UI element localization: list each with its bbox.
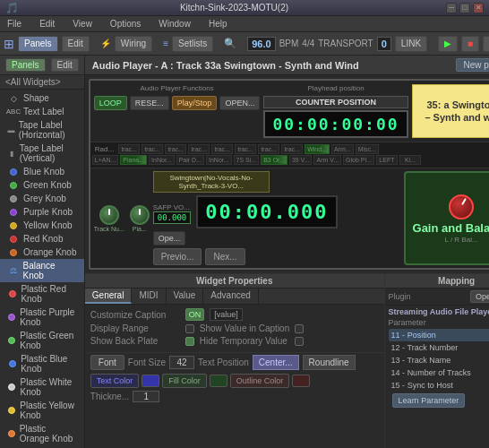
record-btn[interactable]: ⏺ — [483, 36, 489, 52]
plastic-purple-knob-icon — [7, 313, 16, 322]
show-value-label: Show Value in Caption — [200, 323, 289, 333]
widget-item-plastic-green-knob[interactable]: Plastic Green Knob — [0, 329, 84, 352]
track-num-knob: Track Nu... — [94, 205, 124, 232]
learn-parameter-btn[interactable]: Learn Parameter — [392, 393, 466, 408]
thickness-input[interactable] — [133, 391, 159, 402]
yellow-knob-icon — [7, 221, 20, 230]
tab-general[interactable]: General — [85, 289, 133, 304]
font-size-input[interactable] — [169, 356, 194, 369]
widget-label-green-knob: Green Knob — [23, 180, 72, 190]
play-knob-circle[interactable] — [130, 205, 150, 225]
edit-tab-btn[interactable]: Edit — [51, 58, 79, 72]
play-stop-btn[interactable]: Play/Stop — [172, 96, 218, 110]
lane-4: trac... — [188, 144, 210, 154]
setlists-icon: ≡ — [163, 39, 168, 48]
show-value-check[interactable] — [295, 324, 304, 333]
rese-btn[interactable]: RESE... — [130, 96, 169, 110]
ap-top-section: Audio Player Functions LOOP RESE... Play… — [90, 81, 489, 142]
menu-file[interactable]: File — [4, 18, 25, 30]
lane-innor2: InNor... — [206, 155, 232, 165]
menu-edit[interactable]: Edit — [36, 18, 58, 30]
open-btn[interactable]: OPEN... — [219, 96, 260, 110]
customize-caption-toggle[interactable]: ON — [185, 308, 205, 321]
plugin-name: Streaming Audio File Player — [389, 307, 489, 316]
outline-color-btn[interactable]: Outline Color — [230, 374, 290, 388]
widget-item-plastic-red-knob[interactable]: Plastic Red Knob — [0, 282, 84, 306]
prev-next-buttons: Previo... Nex... — [153, 248, 400, 265]
color-row: Text Color Fill Color Outline Color — [85, 372, 384, 390]
tab-advanced[interactable]: Advanced — [203, 289, 258, 304]
open-plugin-btn[interactable]: Open plugin — [470, 290, 489, 303]
tab-value[interactable]: Value — [167, 289, 204, 304]
panels-btn[interactable]: Panels — [18, 36, 58, 52]
new-panel-btn[interactable]: New panel ▾ — [456, 58, 489, 72]
track-num-knob-circle[interactable] — [99, 205, 119, 225]
setlists-btn[interactable]: Setlists — [172, 36, 213, 52]
text-color-btn[interactable]: Text Color — [90, 374, 140, 388]
ope-label[interactable]: Ope... — [153, 231, 186, 246]
link-btn[interactable]: LINK — [395, 36, 427, 52]
widget-item-balance-knob[interactable]: ⚖ Balance Knob — [0, 259, 84, 282]
param-item-11[interactable]: 11 - Position — [389, 329, 489, 341]
bpm-label: BPM — [279, 39, 299, 48]
widget-item-blue-knob[interactable]: Blue Knob — [0, 165, 84, 178]
text-position-btn[interactable]: Center... — [253, 355, 299, 370]
loop-btn[interactable]: LOOP — [94, 96, 127, 110]
param-item-14[interactable]: 14 - Number of Tracks — [389, 366, 489, 379]
play-btn[interactable]: ▶ — [438, 36, 458, 52]
widget-item-red-knob[interactable]: Red Knob — [0, 232, 84, 246]
widget-item-tape-v[interactable]: ▮ Tape Label (Vertical) — [0, 142, 84, 165]
text-color-preview — [142, 375, 159, 387]
menu-help[interactable]: Help — [205, 18, 231, 30]
thickness-row: Thickne... — [85, 390, 384, 403]
widget-item-plastic-blue-knob[interactable]: Plastic Blue Knob — [0, 352, 84, 375]
widget-item-purple-knob[interactable]: Purple Knob — [0, 205, 84, 219]
menu-window[interactable]: Window — [155, 18, 194, 30]
text-position-label: Text Position — [198, 358, 249, 367]
safp-display: SAFP VO... 00.000 — [153, 201, 192, 224]
edit-btn[interactable]: Edit — [62, 36, 90, 52]
menu-view[interactable]: View — [69, 18, 96, 30]
audio-player: Audio Player Functions LOOP RESE... Play… — [89, 79, 489, 270]
widget-item-plastic-white-knob[interactable]: Plastic White Knob — [0, 375, 84, 399]
roundline-btn[interactable]: Roundline — [303, 355, 356, 370]
param-item-15[interactable]: 15 - Sync to Host — [389, 379, 489, 392]
widget-item-plastic-purple-knob[interactable]: Plastic Purple Knob — [0, 306, 84, 329]
grey-knob-icon — [7, 194, 20, 203]
all-widgets-label[interactable]: <All Widgets> — [0, 75, 84, 90]
close-btn[interactable]: ✕ — [473, 3, 484, 13]
maximize-btn[interactable]: □ — [459, 3, 470, 13]
widget-item-text-label[interactable]: ABC Text Label — [0, 105, 84, 118]
playhead-label: Playhead position — [307, 84, 364, 92]
fill-color-btn[interactable]: Fill Color — [162, 374, 207, 388]
widget-item-tape-h[interactable]: ▬ Tape Label (Horizontal) — [0, 118, 84, 142]
widget-item-plastic-yellow-knob[interactable]: Plastic Yellow Knob — [0, 399, 84, 422]
green-knob-icon — [7, 181, 20, 190]
gain-knob[interactable] — [449, 194, 474, 220]
widget-label-text: Text Label — [23, 107, 64, 116]
display-range-check[interactable] — [185, 324, 194, 333]
balance-knob-icon: ⚖ — [7, 266, 20, 275]
panels-tab-btn[interactable]: Panels — [5, 58, 46, 72]
back-plate-check[interactable] — [185, 337, 194, 346]
widget-item-orange-knob[interactable]: Orange Knob — [0, 246, 84, 259]
minimize-btn[interactable]: ─ — [446, 3, 457, 13]
widget-item-shape[interactable]: ◇ Shape — [0, 91, 84, 105]
search-icon: 🔍 — [224, 38, 236, 49]
param-item-13[interactable]: 13 - Track Name — [389, 354, 489, 366]
wiring-btn[interactable]: Wiring — [115, 36, 152, 52]
widget-label-plastic-orange-knob: Plastic Orange Knob — [20, 424, 77, 444]
param-item-12[interactable]: 12 - Track Number — [389, 341, 489, 354]
safp-row: SAFP VO... 00.000 00:00.000 — [153, 195, 400, 228]
hide-temp-check[interactable] — [295, 337, 304, 346]
prev-btn[interactable]: Previo... — [153, 248, 202, 265]
font-btn[interactable]: Font — [90, 355, 124, 370]
tab-midi[interactable]: MIDI — [132, 289, 166, 304]
stop-btn[interactable]: ■ — [461, 36, 479, 52]
widget-item-plastic-orange-knob[interactable]: Plastic Orange Knob — [0, 422, 84, 445]
next-btn[interactable]: Nex... — [205, 248, 244, 265]
widget-item-yellow-knob[interactable]: Yellow Knob — [0, 219, 84, 232]
widget-item-green-knob[interactable]: Green Knob — [0, 178, 84, 192]
widget-item-grey-knob[interactable]: Grey Knob — [0, 192, 84, 205]
menu-options[interactable]: Options — [107, 18, 144, 30]
